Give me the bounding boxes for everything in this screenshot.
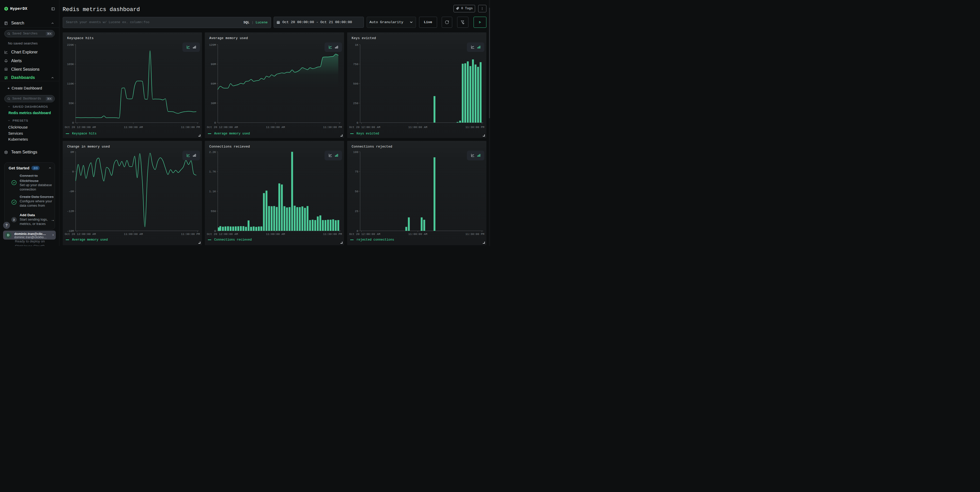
svg-text:Oct 20 12:00:00 AM: Oct 20 12:00:00 AM <box>65 126 96 129</box>
svg-text:1.7K: 1.7K <box>209 170 216 173</box>
svg-text:-12M: -12M <box>67 210 74 213</box>
svg-text:-6M: -6M <box>68 190 74 193</box>
svg-text:0: 0 <box>214 229 216 232</box>
svg-text:55K: 55K <box>68 102 74 105</box>
svg-text:0: 0 <box>356 121 358 124</box>
svg-text:-18M: -18M <box>67 229 74 232</box>
svg-text:Oct 20 12:00:00 AM: Oct 20 12:00:00 AM <box>65 232 96 236</box>
svg-text:11:00:00 AM: 11:00:00 AM <box>124 126 143 129</box>
svg-text:550: 550 <box>211 210 216 213</box>
svg-text:0: 0 <box>72 170 74 173</box>
svg-text:11:30:00 PM: 11:30:00 PM <box>323 126 342 129</box>
svg-text:220K: 220K <box>67 43 74 46</box>
svg-text:11:30:00 PM: 11:30:00 PM <box>181 232 200 236</box>
svg-text:Oct 20 12:00:00 AM: Oct 20 12:00:00 AM <box>207 126 238 129</box>
svg-text:11:00:00 AM: 11:00:00 AM <box>408 232 427 236</box>
svg-text:0: 0 <box>214 121 216 124</box>
svg-text:11:30:00 PM: 11:30:00 PM <box>181 126 200 129</box>
svg-text:Oct 20 12:00:00 AM: Oct 20 12:00:00 AM <box>349 232 380 236</box>
svg-text:110K: 110K <box>67 82 74 85</box>
svg-text:30M: 30M <box>211 102 216 105</box>
svg-text:2.2K: 2.2K <box>209 150 216 153</box>
svg-text:0: 0 <box>72 121 74 124</box>
svg-text:11:30:00 PM: 11:30:00 PM <box>465 126 484 129</box>
svg-text:500: 500 <box>353 82 358 85</box>
svg-text:1.1K: 1.1K <box>209 190 216 193</box>
svg-text:11:00:00 AM: 11:00:00 AM <box>408 126 427 129</box>
svg-text:90M: 90M <box>211 63 216 66</box>
svg-text:11:00:00 AM: 11:00:00 AM <box>124 232 143 236</box>
svg-text:6M: 6M <box>70 150 74 153</box>
svg-text:11:00:00 AM: 11:00:00 AM <box>266 232 285 236</box>
svg-text:Oct 20 12:00:00 AM: Oct 20 12:00:00 AM <box>349 126 380 129</box>
svg-text:50: 50 <box>355 190 358 193</box>
svg-text:60M: 60M <box>211 82 216 85</box>
svg-text:250: 250 <box>353 102 358 105</box>
svg-text:100: 100 <box>353 150 358 153</box>
svg-text:11:30:00 PM: 11:30:00 PM <box>323 232 342 236</box>
svg-text:25: 25 <box>355 210 358 213</box>
svg-text:750: 750 <box>353 63 358 66</box>
svg-text:165K: 165K <box>67 63 74 66</box>
svg-text:75: 75 <box>355 170 358 173</box>
svg-text:11:00:00 AM: 11:00:00 AM <box>266 126 285 129</box>
svg-text:1K: 1K <box>355 43 358 46</box>
svg-text:Oct 20 12:00:00 AM: Oct 20 12:00:00 AM <box>207 232 238 236</box>
svg-text:0: 0 <box>356 229 358 232</box>
svg-text:120M: 120M <box>209 43 216 46</box>
svg-text:11:30:00 PM: 11:30:00 PM <box>465 232 484 236</box>
